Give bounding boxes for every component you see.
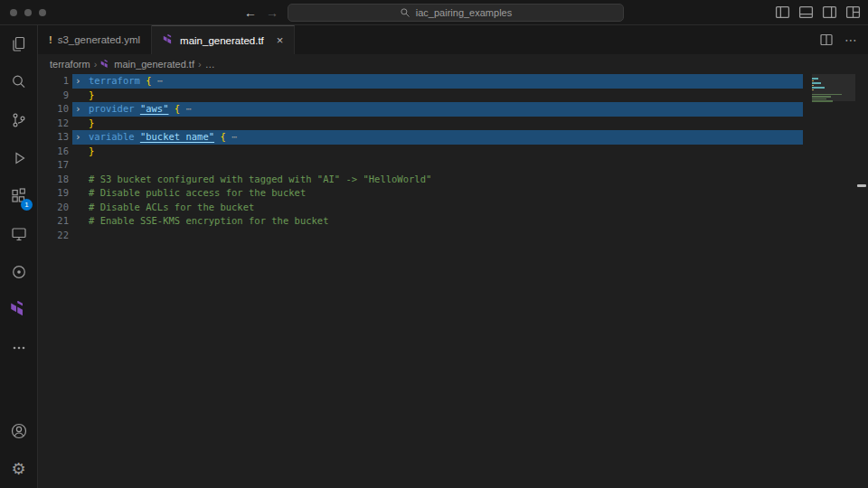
code-line[interactable]: 20# Disable ACLs for the bucket bbox=[38, 201, 868, 215]
tab-main-generated-tf[interactable]: main_generated.tf × bbox=[152, 25, 295, 54]
fold-chevron-icon[interactable]: › bbox=[75, 102, 81, 117]
sidebar-item-terraform[interactable] bbox=[0, 291, 37, 329]
fold-chevron-icon[interactable]: › bbox=[75, 130, 81, 145]
breadcrumb: terraform › main_generated.tf › … bbox=[38, 54, 868, 74]
minimize-window-button[interactable] bbox=[24, 9, 32, 16]
command-center-search[interactable]: iac_pairing_examples bbox=[288, 4, 624, 22]
sidebar-item-search[interactable] bbox=[0, 63, 37, 101]
sidebar-item-run-debug[interactable] bbox=[0, 139, 37, 177]
code-line-body[interactable]: # Enable SSE-KMS encryption for the buck… bbox=[72, 214, 803, 229]
code-token: } bbox=[89, 117, 94, 128]
sidebar-item-source-control[interactable] bbox=[0, 101, 37, 139]
breadcrumb-item-folder[interactable]: terraform bbox=[50, 59, 90, 70]
code-line-body[interactable] bbox=[72, 229, 803, 243]
code-line-body[interactable]: } bbox=[72, 117, 803, 131]
customize-layout-icon[interactable] bbox=[845, 5, 861, 20]
minimap-line-mark bbox=[812, 103, 855, 105]
breadcrumb-item-file[interactable]: main_generated.tf bbox=[100, 59, 194, 70]
code-token: "bucket_name" bbox=[140, 131, 214, 142]
code-line-body[interactable]: # Disable ACLs for the bucket bbox=[72, 201, 803, 215]
code-line[interactable]: 22 bbox=[38, 229, 868, 243]
vscode-window: ← → iac_pairing_examples bbox=[0, 0, 868, 488]
code-line-body[interactable]: ›provider "aws" { ⋯ bbox=[72, 102, 803, 117]
code-token: # Enable SSE-KMS encryption for the buck… bbox=[89, 215, 329, 226]
code-line-body[interactable]: ›variable "bucket_name" { ⋯ bbox=[72, 130, 803, 145]
code-line[interactable]: 9} bbox=[38, 89, 868, 103]
split-editor-icon[interactable] bbox=[819, 33, 834, 47]
code-line[interactable]: 1›terraform { ⋯ bbox=[38, 74, 868, 89]
fold-chevron-icon[interactable]: › bbox=[75, 74, 81, 89]
code-token: provider bbox=[89, 103, 140, 114]
code-line[interactable]: 21# Enable SSE-KMS encryption for the bu… bbox=[38, 214, 868, 229]
remote-explorer-icon bbox=[9, 224, 29, 244]
source-control-icon bbox=[9, 110, 29, 130]
tab-s3-generated-yml[interactable]: ! s3_generated.yml bbox=[38, 25, 152, 54]
settings-button[interactable]: ⚙ bbox=[0, 450, 37, 488]
back-icon[interactable]: ← bbox=[244, 4, 257, 22]
minimap[interactable] bbox=[812, 74, 855, 488]
sidebar-item-more[interactable] bbox=[0, 329, 37, 367]
activity-bar: 1 bbox=[0, 25, 38, 488]
terraform-file-icon bbox=[100, 60, 110, 70]
chevron-right-icon: › bbox=[94, 59, 98, 70]
code-token: # S3 bucket configured with tagged with … bbox=[89, 174, 431, 184]
sidebar-item-remote-explorer[interactable] bbox=[0, 215, 37, 253]
maximize-window-button[interactable] bbox=[39, 9, 46, 16]
code-line-body[interactable]: } bbox=[72, 145, 803, 159]
code-line[interactable]: 13›variable "bucket_name" { ⋯ bbox=[38, 130, 868, 145]
code-token: # Disable public access for the bucket bbox=[89, 187, 306, 198]
tab-label: main_generated.tf bbox=[180, 35, 264, 46]
gear-icon: ⚙ bbox=[11, 459, 25, 479]
code-line-body[interactable] bbox=[72, 158, 803, 173]
toggle-sidebar-left-icon[interactable] bbox=[775, 5, 790, 20]
code-token: ⋯ bbox=[152, 75, 164, 86]
line-number: 18 bbox=[38, 173, 69, 187]
code-editor[interactable]: 1›terraform { ⋯9}10›provider "aws" { ⋯12… bbox=[38, 74, 868, 488]
sidebar-item-circle-extension[interactable] bbox=[0, 253, 37, 291]
code-line-body[interactable]: # Disable public access for the bucket bbox=[72, 186, 803, 201]
code-line[interactable]: 10›provider "aws" { ⋯ bbox=[38, 102, 868, 117]
code-line[interactable]: 17 bbox=[38, 158, 868, 173]
minimap-slider[interactable] bbox=[812, 74, 855, 101]
line-number: 1 bbox=[38, 74, 69, 89]
line-number: 16 bbox=[38, 145, 69, 159]
yaml-exclamation-icon: ! bbox=[49, 34, 52, 45]
more-icon bbox=[9, 338, 29, 358]
chevron-right-icon: › bbox=[198, 59, 202, 70]
code-token: ⋯ bbox=[226, 131, 238, 142]
sidebar-item-explorer[interactable] bbox=[0, 25, 37, 63]
line-number: 19 bbox=[38, 186, 69, 201]
code-line[interactable]: 19# Disable public access for the bucket bbox=[38, 186, 868, 201]
code-token: "aws" bbox=[140, 103, 169, 114]
code-token: variable bbox=[89, 131, 140, 142]
code-line[interactable]: 18# S3 bucket configured with tagged wit… bbox=[38, 173, 868, 187]
code-line[interactable]: 12} bbox=[38, 117, 868, 131]
line-number: 22 bbox=[38, 229, 69, 243]
search-icon bbox=[400, 7, 410, 18]
command-center-text: iac_pairing_examples bbox=[416, 7, 512, 18]
line-number: 13 bbox=[38, 130, 69, 145]
line-number: 9 bbox=[38, 89, 69, 103]
toggle-panel-icon[interactable] bbox=[798, 5, 814, 20]
run-and-debug-icon bbox=[9, 148, 29, 168]
line-number: 17 bbox=[38, 158, 69, 173]
code-token: # Disable ACLs for the bucket bbox=[89, 202, 254, 212]
sidebar-item-extensions[interactable]: 1 bbox=[0, 177, 37, 215]
breadcrumb-item-symbol[interactable]: … bbox=[205, 59, 215, 70]
code-line-body[interactable]: # S3 bucket configured with tagged with … bbox=[72, 173, 803, 187]
overview-ruler bbox=[855, 74, 868, 488]
accounts-button[interactable] bbox=[0, 412, 37, 450]
forward-icon[interactable]: → bbox=[266, 4, 278, 22]
code-token: ⋯ bbox=[180, 103, 192, 114]
code-token: } bbox=[89, 89, 94, 100]
close-tab-icon[interactable]: × bbox=[277, 33, 284, 47]
toggle-sidebar-right-icon[interactable] bbox=[822, 5, 837, 20]
code-line-body[interactable]: } bbox=[72, 89, 803, 103]
editor-tab-bar: ! s3_generated.yml main_generated.tf × bbox=[38, 25, 868, 54]
close-window-button[interactable] bbox=[10, 9, 17, 16]
code-line-body[interactable]: ›terraform { ⋯ bbox=[72, 74, 803, 89]
tab-label: s3_generated.yml bbox=[58, 34, 140, 45]
breadcrumb-file-label: main_generated.tf bbox=[114, 59, 194, 70]
code-line[interactable]: 16} bbox=[38, 145, 868, 159]
editor-more-actions-icon[interactable]: ⋯ bbox=[844, 33, 857, 47]
